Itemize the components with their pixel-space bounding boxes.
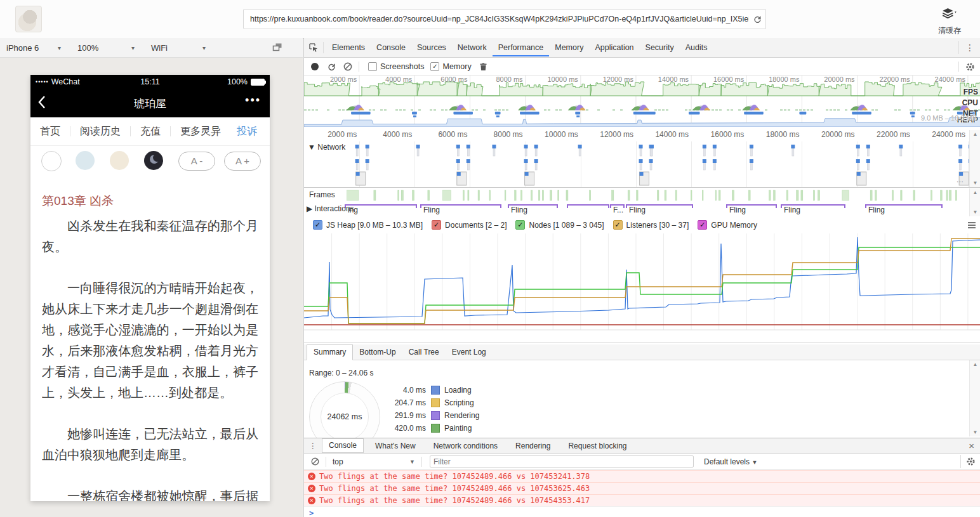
network-scrollbar[interactable]: ▲ ▼ [969, 130, 980, 187]
hamburger-menu-icon[interactable] [968, 221, 976, 230]
frame-bar[interactable] [538, 190, 540, 200]
frame-bar[interactable] [931, 190, 932, 200]
more-menu-button[interactable]: ••• [245, 94, 261, 107]
scroll-up-icon[interactable]: ▲ [970, 190, 980, 195]
tab-sources[interactable]: Sources [411, 39, 452, 56]
frame-bar[interactable] [950, 190, 951, 200]
frame-bar[interactable] [428, 190, 430, 200]
frames-track[interactable]: Frames [304, 188, 980, 203]
counter-toggle[interactable]: ✓Listeners [30 – 37] [613, 220, 689, 230]
frame-bar[interactable] [398, 190, 399, 200]
frame-bar[interactable] [463, 190, 464, 200]
frame-bar[interactable] [550, 190, 552, 200]
network-request[interactable] [493, 148, 495, 156]
counter-toggle[interactable]: ✓Nodes [1 089 – 3 045] [515, 220, 604, 230]
network-request[interactable] [467, 148, 469, 156]
network-request[interactable] [535, 148, 537, 156]
tab-memory[interactable]: Memory [549, 39, 589, 56]
scroll-down-icon[interactable]: ▼ [970, 209, 980, 215]
drawer-tab-console[interactable]: Console [322, 438, 364, 453]
frame-bar[interactable] [665, 190, 666, 200]
frame-bar[interactable] [818, 190, 820, 200]
interactions-track[interactable]: ▶ Interactions ingFlingFlingF...FlingFli… [304, 202, 980, 217]
network-request[interactable] [457, 148, 459, 156]
rotate-viewport-button[interactable] [272, 43, 282, 53]
network-request[interactable] [867, 148, 869, 156]
garbage-collect-button[interactable] [475, 59, 492, 74]
frame-bar[interactable] [702, 190, 703, 200]
capture-settings-button[interactable] [956, 59, 980, 74]
theme-swatch-white[interactable] [41, 151, 62, 171]
frame-bar[interactable] [892, 190, 894, 200]
memory-counters-chart[interactable] [304, 233, 980, 335]
frame-bar[interactable] [505, 190, 506, 200]
log-levels-select[interactable]: Default levels ▼ [704, 457, 757, 466]
scroll-up-icon[interactable]: ▲ [970, 131, 980, 137]
frame-bar[interactable] [558, 190, 559, 200]
counter-toggle[interactable]: ✓GPU Memory [698, 220, 757, 230]
theme-swatch-beige[interactable] [110, 151, 129, 170]
zoom-select[interactable]: 100% ▾ [71, 38, 141, 57]
inspect-element-button[interactable] [304, 38, 323, 57]
frame-bar[interactable] [628, 190, 630, 200]
drawer-tab-network-conditions[interactable]: Network conditions [427, 439, 504, 453]
frame-bar[interactable] [718, 190, 720, 200]
network-request[interactable] [525, 148, 527, 156]
drawer-tab-whats-new[interactable]: What's New [369, 439, 422, 453]
frame-bar[interactable] [590, 190, 591, 200]
frame-bar[interactable] [374, 190, 376, 200]
frame-bar[interactable] [542, 190, 543, 200]
console-prompt[interactable]: > [304, 506, 980, 517]
tab-call-tree[interactable]: Call Tree [402, 345, 446, 360]
tab-performance[interactable]: Performance [493, 39, 550, 56]
counter-toggle[interactable]: ✓JS Heap [9.0 MB – 10.3 MB] [313, 220, 423, 230]
frame-bar[interactable] [946, 190, 948, 200]
frame-bar[interactable] [566, 190, 568, 200]
theme-swatch-blue[interactable] [76, 151, 95, 170]
frame-bar[interactable] [478, 190, 479, 200]
network-request[interactable] [900, 148, 902, 156]
reload-and-profile-button[interactable] [323, 59, 340, 74]
tab-application[interactable]: Application [589, 39, 639, 56]
frame-bar[interactable] [732, 190, 734, 200]
frame-bar[interactable] [443, 190, 451, 200]
scroll-down-icon[interactable]: ▼ [970, 180, 980, 186]
clear-cache-label[interactable]: 清缓存 [930, 25, 969, 36]
network-request[interactable] [960, 148, 962, 156]
network-request[interactable] [417, 148, 419, 156]
report-link[interactable]: 投诉 [237, 125, 270, 138]
theme-swatch-night[interactable] [144, 151, 163, 170]
counter-toggle[interactable]: ✓Documents [2 – 2] [432, 220, 507, 230]
console-error-row[interactable]: ×Two flings at the same time? 107452489.… [304, 470, 980, 482]
memory-toggle[interactable]: ✓ Memory [430, 62, 471, 71]
network-track[interactable]: ▼ Network ⋯ [304, 141, 980, 188]
tab-audits[interactable]: Audits [680, 39, 713, 56]
drawer-tab-rendering[interactable]: Rendering [509, 439, 557, 453]
frame-bar[interactable] [786, 190, 788, 200]
close-drawer-button[interactable]: × [962, 440, 980, 451]
frame-bar[interactable] [801, 190, 803, 200]
clear-cache-control[interactable]: 清缓存 [930, 5, 969, 36]
tab-event-log[interactable]: Event Log [446, 345, 493, 360]
network-request[interactable] [640, 148, 642, 156]
timeline-overview[interactable]: 2000 ms4000 ms6000 ms8000 ms10000 ms1200… [304, 75, 980, 128]
frame-bar[interactable] [657, 190, 659, 200]
frame-bar[interactable] [774, 190, 776, 200]
device-select[interactable]: iPhone 6 ▾ [0, 38, 67, 57]
tab-security[interactable]: Security [640, 39, 680, 56]
frame-bar[interactable] [955, 190, 957, 200]
frame-bar[interactable] [612, 190, 614, 200]
console-filter-input[interactable] [430, 455, 694, 468]
console-error-row[interactable]: ×Two flings at the same time? 107452489.… [304, 482, 980, 494]
network-request[interactable] [703, 148, 705, 156]
clear-recording-button[interactable] [340, 59, 356, 74]
frame-bar[interactable] [521, 190, 522, 200]
screenshots-toggle[interactable]: Screenshots [368, 62, 424, 71]
frame-bar[interactable] [842, 190, 849, 200]
network-request[interactable] [792, 148, 794, 156]
nav-item-recharge[interactable]: 充值 [131, 125, 170, 138]
frame-bar[interactable] [515, 190, 516, 200]
frame-bar[interactable] [489, 190, 491, 200]
font-decrease-button[interactable]: A - [178, 152, 215, 171]
tab-summary[interactable]: Summary [307, 344, 353, 360]
